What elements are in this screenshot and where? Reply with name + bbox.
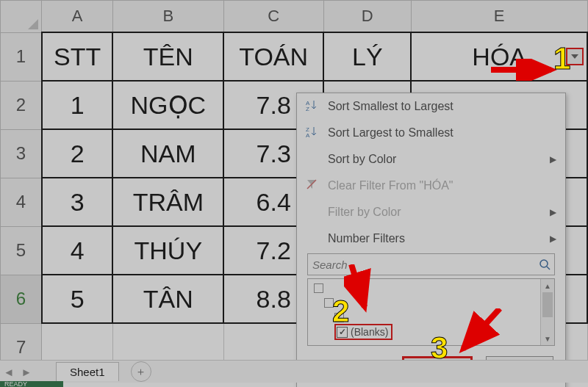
scroll-thumb[interactable] [542, 292, 553, 317]
filter-dropdown-button[interactable] [566, 48, 584, 65]
sheet-tab[interactable]: Sheet1 [56, 362, 119, 381]
sort-color-item[interactable]: Sort by Color ▶ [297, 146, 565, 173]
cell-B2[interactable]: NGỌC [112, 81, 223, 129]
search-icon[interactable] [535, 258, 554, 270]
svg-point-5 [540, 260, 548, 267]
clear-filter-item: Clear Filter From "HÓA" [297, 173, 565, 199]
cell-B6[interactable]: TÂN [112, 275, 223, 323]
col-header-C[interactable]: C [223, 1, 323, 33]
tree-scrollbar[interactable]: ▲ ▼ [540, 279, 554, 345]
scroll-down-icon[interactable]: ▼ [541, 332, 554, 345]
cell-E1[interactable]: HÓA [411, 32, 587, 81]
cell-C1[interactable]: TOÁN [223, 32, 323, 81]
cell-B4[interactable]: TRÂM [112, 178, 223, 226]
tree-node-blanks[interactable]: ✓ (Blanks) [334, 325, 392, 339]
cell-D1[interactable]: LÝ [323, 32, 411, 81]
sort-asc-item[interactable]: AZ Sort Smallest to Largest [297, 93, 565, 120]
clear-filter-icon [306, 178, 318, 193]
tree-node[interactable] [334, 310, 392, 325]
filter-search-input[interactable] [308, 258, 535, 271]
svg-text:A: A [306, 132, 310, 137]
sort-desc-label: Sort Largest to Smallest [328, 126, 453, 140]
scroll-up-icon[interactable]: ▲ [541, 279, 554, 292]
tab-nav-prev[interactable]: ◄ [0, 366, 18, 378]
add-sheet-button[interactable]: ＋ [131, 361, 151, 382]
sort-asc-icon: AZ [306, 99, 318, 114]
cell-B5[interactable]: THÚY [112, 226, 223, 275]
cell-A6[interactable]: 5 [42, 275, 113, 323]
chevron-right-icon: ▶ [550, 154, 556, 164]
col-header-B[interactable]: B [112, 1, 223, 33]
row-header-6[interactable]: 6 [1, 275, 42, 323]
chevron-right-icon: ▶ [550, 234, 556, 244]
sheet-tabs-bar: ◄ ► Sheet1 ＋ [0, 360, 588, 383]
cell-A4[interactable]: 3 [42, 178, 113, 226]
row-header-5[interactable]: 5 [1, 226, 42, 275]
filter-search-row [307, 253, 555, 275]
col-header-E[interactable]: E [411, 1, 587, 33]
number-filters-label: Number Filters [328, 232, 405, 245]
sort-desc-item[interactable]: ZA Sort Largest to Smallest [297, 120, 565, 146]
col-header-A[interactable]: A [42, 1, 113, 33]
row-header-1[interactable]: 1 [1, 32, 42, 81]
cell-A3[interactable]: 2 [42, 129, 113, 178]
sort-desc-icon: ZA [306, 126, 318, 140]
number-filters-item[interactable]: Number Filters ▶ [297, 225, 565, 252]
cell-B1[interactable]: TÊN [112, 32, 223, 81]
svg-text:Z: Z [306, 106, 309, 111]
tree-node[interactable] [314, 281, 392, 295]
cell-A2[interactable]: 1 [42, 81, 113, 129]
tree-node[interactable] [324, 295, 392, 310]
filter-menu: AZ Sort Smallest to Largest ZA Sort Larg… [296, 93, 566, 387]
blanks-label: (Blanks) [351, 326, 388, 338]
status-bar: READY [0, 381, 63, 387]
clear-filter-label: Clear Filter From "HÓA" [328, 179, 453, 192]
filter-color-label: Filter by Color [328, 206, 401, 219]
col-header-D[interactable]: D [323, 1, 411, 33]
svg-line-6 [547, 267, 550, 270]
filter-color-item: Filter by Color ▶ [297, 199, 565, 225]
select-all-corner[interactable] [1, 1, 42, 33]
sort-asc-label: Sort Smallest to Largest [328, 100, 453, 113]
cell-B3[interactable]: NAM [112, 129, 223, 178]
cell-A5[interactable]: 4 [42, 226, 113, 275]
cell-A1[interactable]: STT [42, 32, 113, 81]
row-header-3[interactable]: 3 [1, 129, 42, 178]
row-header-4[interactable]: 4 [1, 178, 42, 226]
row-header-2[interactable]: 2 [1, 81, 42, 129]
tab-nav-next[interactable]: ► [18, 366, 35, 378]
filter-values-box: ✓ (Blanks) ▲ ▼ [307, 278, 555, 346]
sort-color-label: Sort by Color [328, 153, 396, 166]
blanks-checkbox[interactable]: ✓ [337, 327, 348, 338]
chevron-right-icon: ▶ [550, 207, 556, 217]
